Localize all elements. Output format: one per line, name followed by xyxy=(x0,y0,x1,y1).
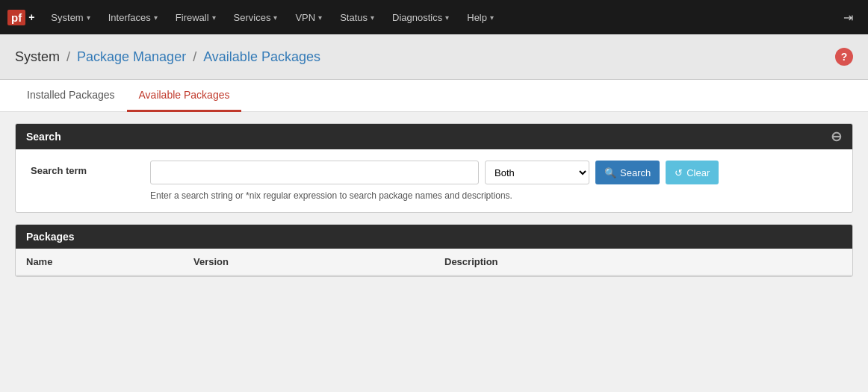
nav-item-status[interactable]: Status ▾ xyxy=(331,0,383,34)
breadcrumb-package-manager[interactable]: Package Manager xyxy=(77,49,186,64)
search-term-row: Search term Both Name Description 🔍 Sear… xyxy=(31,161,837,184)
nav-item-system[interactable]: System ▾ xyxy=(42,0,99,34)
brand-logo: pf xyxy=(7,10,25,25)
col-description: Description xyxy=(434,249,852,276)
breadcrumb-sep2: / xyxy=(193,49,200,64)
breadcrumb-system: System xyxy=(15,49,60,64)
search-panel-heading: Search ⊖ xyxy=(16,124,852,149)
packages-table-head: Name Version Description xyxy=(16,249,852,276)
chevron-down-icon: ▾ xyxy=(318,13,322,22)
chevron-down-icon: ▾ xyxy=(273,13,277,22)
nav-item-help[interactable]: Help ▾ xyxy=(458,0,503,34)
search-controls: Both Name Description 🔍 Search ↺ Clear xyxy=(150,161,837,184)
nav-item-firewall[interactable]: Firewall ▾ xyxy=(167,0,225,34)
signout-button[interactable]: ⇥ xyxy=(836,10,861,25)
chevron-down-icon: ▾ xyxy=(490,13,494,22)
clear-button[interactable]: ↺ Clear xyxy=(666,161,719,184)
chevron-down-icon: ▾ xyxy=(154,13,158,22)
table-header-row: Name Version Description xyxy=(16,249,852,276)
tab-available-packages[interactable]: Available Packages xyxy=(127,80,242,112)
brand-plus: + xyxy=(28,11,34,23)
chevron-down-icon: ▾ xyxy=(371,13,374,22)
breadcrumb: System / Package Manager / Available Pac… xyxy=(0,34,868,80)
tab-installed-packages[interactable]: Installed Packages xyxy=(15,80,127,112)
navbar: pf + System ▾ Interfaces ▾ Firewall ▾ Se… xyxy=(0,0,868,34)
nav-item-vpn[interactable]: VPN ▾ xyxy=(286,0,331,34)
tabs-area: Installed Packages Available Packages xyxy=(0,80,868,112)
signout-icon: ⇥ xyxy=(843,11,853,24)
search-panel-body: Search term Both Name Description 🔍 Sear… xyxy=(16,149,852,212)
nav-item-services[interactable]: Services ▾ xyxy=(225,0,287,34)
search-term-label: Search term xyxy=(31,161,150,176)
main-content: Search ⊖ Search term Both Name Descripti… xyxy=(0,112,868,288)
chevron-down-icon: ▾ xyxy=(445,13,449,22)
help-icon-button[interactable]: ? xyxy=(835,48,853,66)
search-button[interactable]: 🔍 Search xyxy=(595,161,660,184)
packages-table: Name Version Description xyxy=(16,249,852,276)
col-name: Name xyxy=(16,249,183,276)
search-hint: Enter a search string or *nix regular ex… xyxy=(150,190,837,201)
packages-panel: Packages Name Version Description xyxy=(15,224,853,277)
breadcrumb-text: System / Package Manager / Available Pac… xyxy=(15,49,320,65)
brand-logo-area[interactable]: pf + xyxy=(7,10,34,25)
collapse-icon[interactable]: ⊖ xyxy=(831,130,842,143)
chevron-down-icon: ▾ xyxy=(87,13,90,22)
search-type-select[interactable]: Both Name Description xyxy=(485,161,589,184)
reset-icon: ↺ xyxy=(675,167,683,178)
col-version: Version xyxy=(183,249,434,276)
nav-items: System ▾ Interfaces ▾ Firewall ▾ Service… xyxy=(42,0,836,34)
search-panel-title: Search xyxy=(26,131,61,143)
search-icon: 🔍 xyxy=(604,167,616,178)
breadcrumb-sep1: / xyxy=(66,49,74,64)
packages-panel-heading: Packages xyxy=(16,225,852,249)
chevron-down-icon: ▾ xyxy=(212,13,216,22)
nav-item-diagnostics[interactable]: Diagnostics ▾ xyxy=(383,0,458,34)
search-panel: Search ⊖ Search term Both Name Descripti… xyxy=(15,123,853,213)
search-input[interactable] xyxy=(150,161,479,184)
nav-item-interfaces[interactable]: Interfaces ▾ xyxy=(99,0,167,34)
breadcrumb-current[interactable]: Available Packages xyxy=(203,49,320,64)
